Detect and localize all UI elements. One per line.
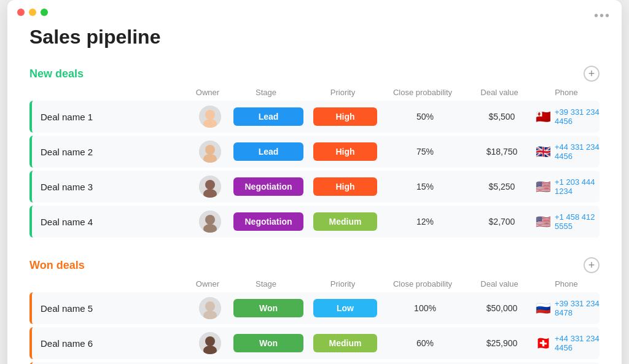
owner-cell	[192, 141, 229, 163]
close-probability: 60%	[382, 338, 468, 348]
svg-point-10	[205, 215, 215, 225]
table-row[interactable]: Deal name 1 LeadHigh50%$5,500🇹🇴+39 331 2…	[29, 101, 600, 133]
svg-point-16	[205, 336, 215, 346]
minimize-dot[interactable]	[29, 9, 36, 16]
phone-cell: 🇺🇸+1 458 412 5555	[536, 212, 600, 231]
phone-cell: 🇬🇧+44 331 234 4456	[536, 142, 600, 161]
close-probability: 100%	[382, 303, 468, 313]
owner-cell	[192, 297, 229, 319]
stage-badge: Negotiation	[233, 177, 303, 196]
stage-badge: Won	[233, 299, 303, 317]
section-won-deals: Won deals+OwnerStagePriorityClose probab…	[29, 257, 600, 364]
phone-cell: 🇷🇺+39 331 234 8478	[536, 299, 600, 317]
maximize-dot[interactable]	[41, 9, 48, 16]
stage-badge: Negotiation	[233, 212, 303, 231]
column-headers: OwnerStagePriorityClose probabilityDeal …	[29, 88, 600, 101]
deal-name: Deal name 3	[32, 182, 192, 192]
table-won-deals: OwnerStagePriorityClose probabilityDeal …	[29, 279, 600, 364]
close-probability: 12%	[382, 217, 468, 227]
col-header-5: Deal value	[466, 88, 533, 97]
owner-cell	[192, 176, 229, 198]
table-row[interactable]: Deal name 4 NegotiationMedium12%$2,700🇺🇸…	[29, 206, 600, 238]
window-controls	[17, 9, 48, 16]
avatar	[199, 106, 221, 128]
phone-cell: 🇹🇴+39 331 234 4456	[536, 107, 600, 126]
deal-name: Deal name 5	[32, 303, 192, 314]
col-header-6: Phone	[533, 279, 600, 288]
avatar	[199, 176, 221, 198]
table-row[interactable]: Deal name 3 NegotiationHigh15%$5,250🇺🇸+1…	[29, 171, 600, 203]
col-header-4: Close probability	[380, 88, 466, 97]
deal-value: $5,500	[468, 112, 536, 122]
priority-badge: High	[313, 107, 377, 126]
owner-cell	[192, 332, 229, 354]
page-title: Sales pipeline	[29, 26, 600, 48]
country-flag: 🇨🇭	[536, 337, 551, 349]
more-button[interactable]: •••	[594, 9, 611, 23]
section-title-won-deals: Won deals	[29, 259, 85, 272]
close-probability: 15%	[382, 182, 468, 192]
priority-badge: Medium	[313, 212, 377, 231]
priority-badge: High	[313, 177, 377, 196]
close-probability: 50%	[382, 112, 468, 122]
col-header-3: Priority	[306, 88, 380, 97]
deal-value: $25,900	[468, 338, 536, 348]
col-header-3: Priority	[306, 279, 380, 288]
svg-point-1	[205, 110, 215, 120]
svg-point-4	[205, 145, 215, 155]
country-flag: 🇺🇸	[536, 215, 551, 228]
deal-value: $5,250	[468, 182, 536, 192]
deal-name: Deal name 1	[32, 112, 192, 122]
column-headers: OwnerStagePriorityClose probabilityDeal …	[29, 279, 600, 292]
phone-number[interactable]: +44 331 234 4456	[555, 334, 600, 352]
deal-name: Deal name 4	[32, 217, 192, 227]
country-flag: 🇬🇧	[536, 145, 551, 158]
table-row[interactable]: Deal name 6 WonMedium60%$25,900🇨🇭+44 331…	[29, 327, 600, 359]
close-dot[interactable]	[17, 9, 25, 16]
owner-cell	[192, 106, 229, 128]
avatar	[199, 332, 221, 354]
col-header-4: Close probability	[380, 279, 466, 288]
phone-number[interactable]: +39 331 234 8478	[555, 299, 600, 317]
avatar	[199, 141, 221, 163]
country-flag: 🇹🇴	[536, 110, 551, 123]
deal-value: $2,700	[468, 217, 536, 227]
table-row[interactable]: Deal name 5 WonLow100%$50,000🇷🇺+39 331 2…	[29, 292, 600, 324]
phone-number[interactable]: +1 203 444 1234	[555, 177, 600, 196]
svg-point-13	[205, 301, 215, 311]
phone-number[interactable]: +44 331 234 4456	[555, 142, 600, 161]
section-new-deals: New deals+OwnerStagePriorityClose probab…	[29, 66, 600, 238]
section-header-won-deals: Won deals+	[29, 257, 600, 273]
stage-badge: Lead	[233, 107, 303, 126]
col-header-5: Deal value	[466, 279, 533, 288]
phone-number[interactable]: +39 331 234 4456	[555, 107, 600, 126]
deal-value: $18,750	[468, 147, 536, 157]
avatar	[199, 211, 221, 233]
col-header-1: Owner	[189, 88, 226, 97]
col-header-6: Phone	[533, 88, 600, 97]
stage-badge: Lead	[233, 142, 303, 161]
deal-name: Deal name 6	[32, 338, 192, 349]
add-deal-button-won-deals[interactable]: +	[584, 257, 600, 273]
stage-badge: Won	[233, 334, 303, 352]
section-header-new-deals: New deals+	[29, 66, 600, 82]
priority-badge: Low	[313, 299, 377, 317]
phone-number[interactable]: +1 458 412 5555	[555, 212, 600, 231]
phone-cell: 🇨🇭+44 331 234 4456	[536, 334, 600, 352]
svg-point-7	[205, 180, 215, 190]
add-deal-button-new-deals[interactable]: +	[584, 66, 600, 82]
owner-cell	[192, 211, 229, 233]
section-title-new-deals: New deals	[29, 68, 84, 80]
deal-name: Deal name 2	[32, 147, 192, 157]
deal-value: $50,000	[468, 303, 536, 313]
col-header-1: Owner	[189, 279, 226, 288]
close-probability: 75%	[382, 147, 468, 157]
country-flag: 🇷🇺	[536, 302, 551, 314]
table-new-deals: OwnerStagePriorityClose probabilityDeal …	[29, 88, 600, 238]
table-row[interactable]: Deal name 2 LeadHigh75%$18,750🇬🇧+44 331 …	[29, 136, 600, 168]
country-flag: 🇺🇸	[536, 180, 551, 193]
priority-badge: Medium	[313, 334, 377, 352]
phone-cell: 🇺🇸+1 203 444 1234	[536, 177, 600, 196]
col-header-2: Stage	[226, 279, 306, 288]
main-window: ••• Sales pipeline New deals+OwnerStageP…	[7, 0, 622, 364]
